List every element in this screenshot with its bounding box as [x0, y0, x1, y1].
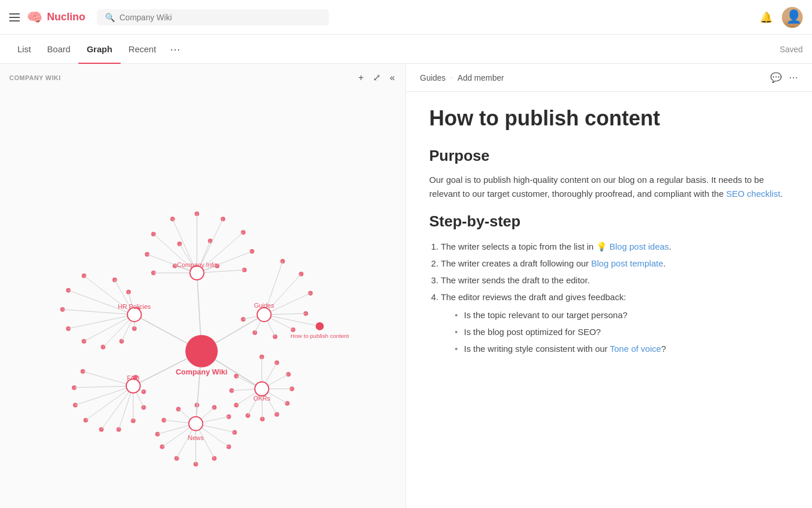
search-icon: 🔍: [105, 13, 115, 22]
blog-post-template-link[interactable]: Blog post template: [591, 258, 663, 268]
content-panel: Guides · Add member 💬 ⋯ How to publish c…: [406, 64, 812, 508]
step-3: The writer sends the draft to the editor…: [441, 272, 789, 288]
svg-line-74: [83, 372, 133, 386]
tab-list[interactable]: List: [9, 35, 39, 64]
tone-of-voice-link[interactable]: Tone of voice: [610, 344, 661, 354]
node-htpc[interactable]: [316, 322, 324, 330]
nav-right: 🔔: [760, 7, 803, 28]
purpose-paragraph: Our goal is to publish high-quality cont…: [429, 173, 789, 201]
comments-button[interactable]: 💬: [770, 72, 782, 83]
saved-status: Saved: [780, 45, 803, 54]
expand-button[interactable]: ⤢: [372, 71, 382, 84]
svg-line-55: [63, 309, 135, 315]
svg-point-110: [286, 372, 291, 377]
tab-board[interactable]: Board: [39, 35, 78, 64]
step-1: The writer selects a topic from the list…: [441, 239, 789, 254]
node-okrs-label: OKRs: [253, 395, 271, 402]
node-htpc-label: How to publish content: [291, 333, 349, 339]
svg-point-5: [171, 217, 175, 221]
center-node[interactable]: [186, 335, 218, 368]
svg-point-52: [113, 278, 117, 282]
steps-list: The writer selects a topic from the list…: [429, 239, 789, 356]
svg-point-88: [226, 445, 231, 449]
panel-header: COMPANY WIKI + ⤢ «: [0, 64, 405, 91]
tab-more-button[interactable]: ⋯: [164, 43, 186, 56]
content-header: Guides · Add member 💬 ⋯: [406, 64, 812, 92]
svg-line-77: [86, 386, 133, 420]
node-company-info-label: Company Info: [177, 261, 216, 268]
tab-graph[interactable]: Graph: [78, 35, 120, 64]
breadcrumb-separator: ·: [450, 73, 452, 83]
svg-line-56: [68, 315, 135, 329]
feedback-item-1: Is the topic relevant to our target pers…: [455, 307, 789, 323]
purpose-heading: Purpose: [429, 147, 789, 165]
collapse-button[interactable]: «: [389, 71, 396, 84]
svg-point-45: [66, 326, 71, 331]
svg-point-1: [220, 217, 225, 221]
svg-point-90: [226, 415, 231, 419]
top-nav: 🧠 Nuclino 🔍 🔔: [0, 0, 812, 35]
node-guides-label: Guides: [254, 302, 274, 309]
notification-bell-icon[interactable]: 🔔: [760, 11, 773, 24]
svg-line-76: [75, 386, 133, 405]
node-hr-label: HR Policies: [118, 303, 151, 310]
search-input[interactable]: [119, 13, 321, 22]
feedback-item-3: Is the writing style consistent with our…: [455, 341, 789, 356]
svg-line-136: [264, 315, 320, 326]
node-news-label: News: [188, 434, 204, 441]
blog-post-ideas-link[interactable]: Blog post ideas: [610, 242, 669, 251]
feedback-sublist: Is the topic relevant to our target pers…: [441, 307, 789, 356]
tab-bar: List Board Graph Recent ⋯ Saved: [0, 35, 812, 64]
step-2: The writer creates a draft following our…: [441, 255, 789, 271]
graph-panel: COMPANY WIKI + ⤢ «: [0, 64, 406, 508]
svg-point-42: [82, 273, 86, 278]
hamburger-menu[interactable]: [9, 13, 20, 21]
header-actions: 💬 ⋯: [770, 72, 798, 83]
node-okrs[interactable]: [255, 382, 269, 396]
svg-line-75: [74, 386, 133, 388]
document-content: How to publish content Purpose Our goal …: [406, 92, 812, 387]
svg-line-57: [84, 315, 135, 341]
node-faq-label: FAQ: [127, 374, 140, 381]
tab-recent[interactable]: Recent: [121, 35, 165, 64]
logo: 🧠 Nuclino: [27, 10, 85, 25]
svg-point-89: [232, 430, 237, 435]
more-options-button[interactable]: ⋯: [789, 72, 798, 83]
add-node-button[interactable]: +: [357, 71, 365, 84]
add-member-button[interactable]: Add member: [458, 73, 504, 82]
graph-container[interactable]: Company Wiki Company Info Guides HR Poli…: [0, 64, 405, 508]
search-bar[interactable]: 🔍: [97, 9, 329, 26]
breadcrumb-guides[interactable]: Guides: [420, 73, 445, 82]
brain-icon: 🧠: [27, 10, 42, 25]
avatar[interactable]: [782, 7, 803, 28]
doc-title: How to publish content: [429, 106, 789, 131]
app-name: Nuclino: [47, 11, 85, 23]
section-label: COMPANY WIKI: [9, 74, 61, 81]
svg-line-78: [102, 386, 133, 430]
feedback-item-2: Is the blog post optimized for SEO?: [455, 324, 789, 340]
svg-point-109: [274, 361, 279, 365]
graph-svg: Company Wiki Company Info Guides HR Poli…: [0, 64, 405, 508]
main-area: COMPANY WIKI + ⤢ «: [0, 64, 812, 508]
center-node-label: Company Wiki: [176, 368, 227, 376]
node-guides[interactable]: [257, 308, 271, 322]
seo-checklist-link[interactable]: SEO checklist: [726, 189, 780, 199]
node-news[interactable]: [189, 417, 203, 431]
panel-actions: + ⤢ «: [357, 71, 396, 84]
stepbystep-heading: Step-by-step: [429, 212, 789, 230]
step-4: The editor reviews the draft and gives f…: [441, 289, 789, 356]
